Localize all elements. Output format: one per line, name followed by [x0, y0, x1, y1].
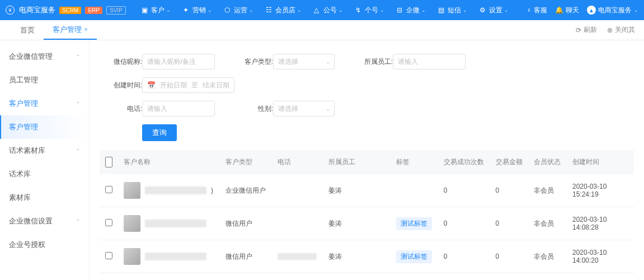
- cell-type: 微信用户: [220, 207, 272, 240]
- bell-icon: 🔔: [555, 6, 563, 14]
- menu-sms[interactable]: ▤短信⌄: [433, 0, 473, 20]
- customer-table: 客户名称 客户类型 电话 所属员工 标签 交易成功次数 交易金额 会员状态 创建…: [100, 150, 634, 280]
- sidebar-item-enterprise-auth[interactable]: 企业号授权: [0, 233, 89, 256]
- sidebar-item-script-lib[interactable]: 话术素材库⌃: [0, 139, 89, 162]
- cell-amount: 0: [490, 174, 529, 207]
- member-icon: ☷: [266, 6, 274, 14]
- customer-service[interactable]: ♀客服: [527, 6, 547, 15]
- menu-label: 营销: [192, 6, 206, 15]
- cell-member: 非会员: [528, 240, 567, 273]
- cell-staff: way1 on load (^_^): [323, 273, 391, 281]
- sms-icon: ▤: [438, 6, 446, 14]
- sidebar-item-wecom-settings[interactable]: 企业微信设置⌃: [0, 209, 89, 233]
- chevron-down-icon: ⌄: [380, 7, 384, 13]
- refresh-button[interactable]: ⟳刷新: [572, 25, 600, 35]
- cell-member: 会员: [528, 273, 567, 281]
- menu-label: 个号: [365, 6, 378, 15]
- cell-staff: 姜涛: [323, 207, 391, 240]
- badge-scrm: SCRM: [59, 7, 81, 14]
- account-menu[interactable]: ▲电商宝服务⌄: [587, 6, 638, 15]
- menu-gehao[interactable]: ↯个号⌄: [350, 0, 390, 20]
- chevron-down-icon: ⌄: [504, 7, 509, 13]
- customer-name-redacted: [145, 186, 206, 194]
- menu-qiwei[interactable]: ⊟企微⌄: [391, 0, 431, 20]
- menu-label: 公号: [323, 6, 337, 15]
- cell-type: 微信用户: [220, 273, 272, 281]
- nickname-input[interactable]: [142, 54, 215, 69]
- th-tag: 标签: [391, 150, 438, 174]
- label: 电商宝服务: [598, 6, 632, 15]
- sidebar-item-material-lib[interactable]: 素材库: [0, 186, 89, 209]
- cell-member: 非会员: [528, 174, 567, 207]
- chevron-down-icon: ⌄: [421, 7, 426, 13]
- date-range-picker[interactable]: 📅 开始日期 至 结束日期: [142, 77, 234, 93]
- chevron-up-icon: ⌃: [76, 101, 80, 107]
- search-button[interactable]: 查询: [142, 124, 177, 141]
- menu-label: 企微: [406, 6, 420, 15]
- menu-label: 运营: [234, 6, 247, 15]
- sidebar-item-customer-mgmt[interactable]: 客户管理: [0, 115, 89, 139]
- sidebar-item-label: 员工管理: [9, 75, 38, 85]
- sidebar-item-speech-lib[interactable]: 话术库: [0, 162, 89, 186]
- chevron-down-icon: ⌄: [463, 7, 467, 13]
- create-label: 创建时间:: [106, 81, 142, 90]
- calendar-icon: 📅: [147, 81, 156, 89]
- cell-phone: [272, 174, 323, 207]
- cell-member: 非会员: [528, 207, 567, 240]
- menu-operation[interactable]: ⬡运营⌄: [219, 0, 259, 20]
- tag-chip: 测试标签: [396, 250, 432, 263]
- chevron-up-icon: ⌃: [76, 148, 80, 154]
- sidebar-item-label: 素材库: [9, 193, 31, 203]
- table-row: 微信用户 姜涛 测试标签 0 0 非会员 2020-03-10 14:08:28: [100, 207, 634, 240]
- sidebar-item-customer-mgmt-section[interactable]: 客户管理⌃: [0, 92, 89, 115]
- phone-label: 电话:: [106, 104, 142, 114]
- tab-home[interactable]: 首页: [11, 20, 44, 40]
- staff-input[interactable]: [393, 54, 466, 69]
- tab-customer-mgmt[interactable]: 客户管理×: [44, 20, 97, 40]
- label: 关闭其: [615, 25, 635, 35]
- sidebar: 企业微信管理⌃ 员工管理 客户管理⌃ 客户管理 话术素材库⌃ 话术库 素材库 企…: [0, 40, 90, 280]
- chevron-down-icon: ⌄: [208, 7, 212, 13]
- gender-select[interactable]: [273, 101, 335, 116]
- chevron-up-icon: ⌃: [76, 54, 80, 60]
- table-row: ) 企业微信用户 姜涛 0 0 非会员 2020-03-10 15:24:19: [100, 174, 634, 207]
- date-sep: 至: [191, 81, 198, 90]
- date-end-ph: 结束日期: [203, 81, 229, 90]
- menu-label: 客户: [151, 6, 164, 15]
- menu-member[interactable]: ☷会员店⌄: [260, 0, 307, 20]
- logo-area: ¥ 电商宝服务 SCRM ERP SVIP: [6, 5, 126, 15]
- cell-staff: 姜涛: [323, 240, 391, 273]
- menu-settings[interactable]: ⚙设置⌄: [474, 0, 514, 20]
- close-others-button[interactable]: ⊗关闭其: [604, 25, 638, 35]
- cell-deals: 0: [438, 273, 490, 281]
- marketing-icon: ✦: [183, 6, 191, 14]
- cell-phone: [272, 207, 323, 240]
- cell-tag: [391, 174, 438, 207]
- select-all-checkbox[interactable]: [105, 157, 112, 167]
- row-checkbox[interactable]: [105, 219, 112, 226]
- chat[interactable]: 🔔聊天: [555, 6, 579, 15]
- brand-name: 电商宝服务: [19, 5, 55, 15]
- menu-marketing[interactable]: ✦营销⌄: [177, 0, 218, 20]
- cell-amount: 0: [490, 240, 529, 273]
- label: 客服: [534, 6, 547, 15]
- chevron-down-icon: ⌄: [634, 7, 638, 13]
- cell-tag: 测试标签: [391, 207, 438, 240]
- row-checkbox[interactable]: [105, 252, 112, 259]
- badge-erp: ERP: [85, 7, 102, 14]
- phone-input[interactable]: [142, 101, 215, 116]
- close-icon[interactable]: ×: [84, 26, 88, 34]
- th-created: 创建时间: [567, 150, 634, 174]
- sidebar-item-staff-mgmt[interactable]: 员工管理: [0, 68, 89, 92]
- th-deals: 交易成功次数: [438, 150, 490, 174]
- label: 刷新: [584, 25, 597, 35]
- row-checkbox[interactable]: [105, 186, 112, 193]
- gender-label: 性别:: [237, 104, 273, 114]
- type-select[interactable]: [273, 54, 335, 69]
- menu-gonghao[interactable]: △公号⌄: [308, 0, 349, 20]
- date-start-ph: 开始日期: [160, 81, 187, 90]
- sidebar-item-wecom-mgmt[interactable]: 企业微信管理⌃: [0, 45, 89, 68]
- menu-customer[interactable]: ▣客户⌄: [136, 0, 176, 20]
- menu-label: 短信: [448, 6, 461, 15]
- menu-label: 会员店: [275, 6, 295, 15]
